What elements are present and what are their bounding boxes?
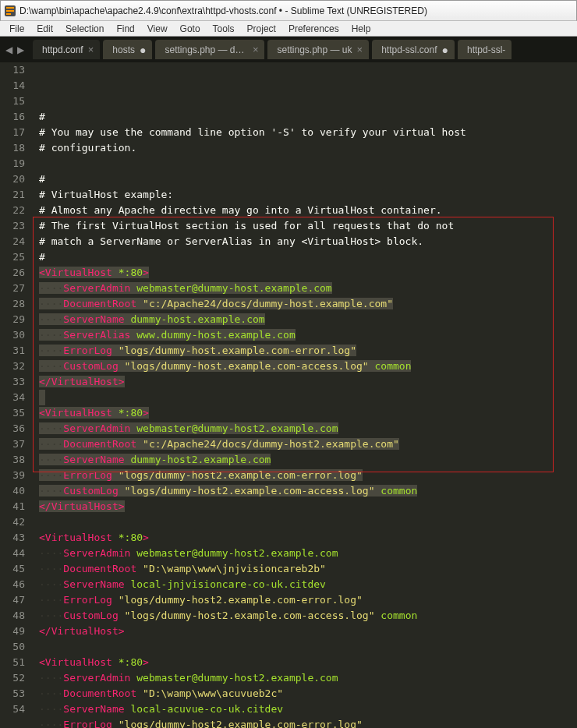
code-line-18[interactable]: # VirtualHost example: [39, 187, 574, 203]
code-line-26[interactable]: ····ServerName dummy-host.example.com [39, 312, 574, 327]
menu-project[interactable]: Project [241, 22, 282, 36]
code-line-27[interactable]: ····ServerAlias www.dummy-host.example.c… [39, 327, 574, 343]
code-line-50[interactable]: ····DocumentRoot "D:\wamp\www\acuvueb2c" [39, 686, 574, 701]
code-line-32[interactable]: <VirtualHost *:80> [39, 405, 574, 421]
menu-preferences[interactable]: Preferences [282, 22, 345, 36]
menu-file[interactable]: File [3, 22, 30, 36]
code-line-14[interactable]: # You may use the command line option '-… [39, 125, 574, 140]
svg-rect-2 [6, 10, 14, 12]
code-line-30[interactable]: </VirtualHost> [39, 374, 574, 390]
tab-nav-arrows: ◀ ▶ [3, 44, 27, 55]
code-line-47[interactable] [39, 639, 574, 655]
code-line-13[interactable]: # [39, 109, 574, 125]
code-line-46[interactable]: </VirtualHost> [39, 624, 574, 639]
tab-hosts[interactable]: hosts● [103, 40, 152, 59]
code-area[interactable]: ## You may use the command line option '… [36, 62, 577, 728]
tab-label: settings.php — uk [277, 44, 352, 55]
code-line-44[interactable]: ····ErrorLog "logs/dummy-host2.example.c… [39, 592, 574, 608]
tab-httpd-ssl-conf[interactable]: httpd-ssl.conf● [372, 40, 455, 59]
dirty-icon: ● [140, 48, 146, 52]
code-line-15[interactable]: # configuration. [39, 140, 574, 156]
close-icon[interactable]: × [88, 44, 94, 55]
tab-httpd-conf[interactable]: httpd.conf× [33, 40, 100, 59]
svg-rect-1 [6, 7, 14, 9]
tab-bar: ◀ ▶ httpd.conf×hosts●settings.php — defa… [0, 37, 577, 62]
tab-label: settings.php — default [165, 44, 247, 55]
tab-label: httpd-ssl- [467, 44, 505, 55]
tab-settings-php-default[interactable]: settings.php — default× [155, 40, 264, 59]
code-line-33[interactable]: ····ServerAdmin webmaster@dummy-host2.ex… [39, 421, 574, 436]
close-icon[interactable]: × [357, 44, 363, 55]
menu-tools[interactable]: Tools [207, 22, 241, 36]
code-line-25[interactable]: ····DocumentRoot "c:/Apache24/docs/dummy… [39, 296, 574, 312]
code-line-43[interactable]: ····ServerName local-jnjvisioncare-co-uk… [39, 577, 574, 592]
code-line-31[interactable] [39, 390, 45, 405]
line-gutter: 1314151617181920212223242526272829303132… [0, 62, 36, 728]
code-line-23[interactable]: <VirtualHost *:80> [39, 265, 574, 281]
code-line-49[interactable]: ····ServerAdmin webmaster@dummy-host2.ex… [39, 670, 574, 686]
code-line-29[interactable]: ····CustomLog "logs/dummy-host.example.c… [39, 359, 574, 374]
close-icon[interactable]: × [253, 44, 259, 55]
code-line-48[interactable]: <VirtualHost *:80> [39, 655, 574, 670]
editor[interactable]: 1314151617181920212223242526272829303132… [0, 62, 577, 728]
menu-view[interactable]: View [141, 22, 174, 36]
code-line-38[interactable]: </VirtualHost> [39, 499, 574, 514]
code-line-39[interactable] [39, 514, 574, 530]
window-title: D:\wamp\bin\apache\apache2.4.9\conf\extr… [19, 5, 576, 16]
code-line-37[interactable]: ····CustomLog "logs/dummy-host2.example.… [39, 483, 574, 499]
tab-next-icon[interactable]: ▶ [15, 44, 27, 55]
code-line-41[interactable]: ····ServerAdmin webmaster@dummy-host2.ex… [39, 546, 574, 561]
code-line-19[interactable]: # Almost any Apache directive may go int… [39, 203, 574, 218]
menu-selection[interactable]: Selection [59, 22, 110, 36]
code-line-22[interactable]: # [39, 249, 574, 265]
tab-label: httpd.conf [42, 44, 83, 55]
title-bar: D:\wamp\bin\apache\apache2.4.9\conf\extr… [0, 0, 577, 21]
menu-help[interactable]: Help [345, 22, 377, 36]
code-line-24[interactable]: ····ServerAdmin webmaster@dummy-host.exa… [39, 281, 574, 296]
tab-prev-icon[interactable]: ◀ [3, 44, 15, 55]
menu-edit[interactable]: Edit [30, 22, 59, 36]
tab-label: httpd-ssl.conf [381, 44, 437, 55]
code-line-36[interactable]: ····ErrorLog "logs/dummy-host2.example.c… [39, 468, 574, 483]
code-line-52[interactable]: ····ErrorLog "logs/dummy-host2.example.c… [39, 717, 574, 728]
code-line-42[interactable]: ····DocumentRoot "D:\wamp\www\jnjvisionc… [39, 561, 574, 577]
code-line-45[interactable]: ····CustomLog "logs/dummy-host2.example.… [39, 608, 574, 624]
code-line-51[interactable]: ····ServerName local-acuvue-co-uk.citdev [39, 701, 574, 717]
code-line-40[interactable]: <VirtualHost *:80> [39, 530, 574, 546]
tab-label: hosts [112, 44, 135, 55]
tab-httpd-ssl-[interactable]: httpd-ssl- [458, 40, 512, 59]
code-line-34[interactable]: ····DocumentRoot "c:/Apache24/docs/dummy… [39, 436, 574, 452]
menu-goto[interactable]: Goto [174, 22, 207, 36]
code-line-35[interactable]: ····ServerName dummy-host2.example.com [39, 452, 574, 468]
tab-settings-php-uk[interactable]: settings.php — uk× [267, 40, 369, 59]
menu-bar: FileEditSelectionFindViewGotoToolsProjec… [0, 21, 577, 37]
code-line-21[interactable]: # match a ServerName or ServerAlias in a… [39, 234, 574, 249]
code-line-20[interactable]: # The first VirtualHost section is used … [39, 218, 574, 234]
code-line-28[interactable]: ····ErrorLog "logs/dummy-host.example.co… [39, 343, 574, 359]
app-icon [4, 5, 16, 17]
code-line-16[interactable] [39, 156, 574, 171]
svg-rect-3 [6, 13, 11, 15]
code-line-17[interactable]: # [39, 171, 574, 187]
dirty-icon: ● [442, 48, 448, 52]
menu-find[interactable]: Find [110, 22, 140, 36]
